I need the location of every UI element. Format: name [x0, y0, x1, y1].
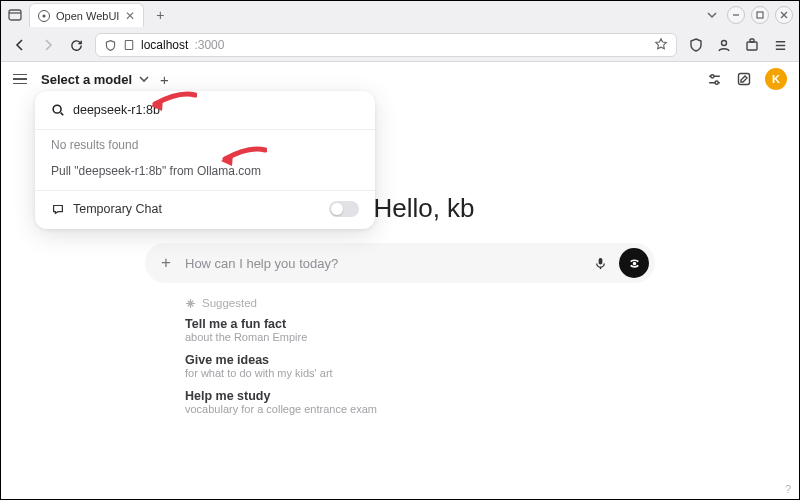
tab-strip: Open WebUI ✕ +	[1, 1, 799, 29]
extensions-icon[interactable]	[743, 36, 761, 54]
svg-point-10	[53, 105, 61, 113]
svg-point-7	[710, 74, 713, 77]
temporary-chat-toggle[interactable]	[329, 201, 359, 217]
sparkle-icon	[185, 298, 196, 309]
bookmark-star-icon[interactable]	[654, 37, 668, 54]
pocket-icon[interactable]	[687, 36, 705, 54]
divider	[35, 190, 375, 191]
suggested-item[interactable]: Tell me a fun fact about the Roman Empir…	[185, 317, 655, 343]
annotation-arrow	[219, 146, 267, 168]
edit-icon[interactable]	[735, 70, 753, 88]
suggested-item[interactable]: Help me study vocabulary for a college e…	[185, 389, 655, 415]
new-tab-button[interactable]: +	[150, 5, 170, 25]
browser-tab[interactable]: Open WebUI ✕	[29, 3, 144, 27]
user-avatar[interactable]: K	[765, 68, 787, 90]
account-icon[interactable]	[715, 36, 733, 54]
hero-greeting: Hello, kb	[373, 193, 474, 224]
browser-chrome: Open WebUI ✕ + localhost:3000	[1, 1, 799, 62]
tabs-dropdown-icon[interactable]	[703, 6, 721, 24]
suggested-item[interactable]: Give me ideas for what to do with my kid…	[185, 353, 655, 379]
sidebar-toggle-icon[interactable]	[7, 7, 23, 23]
mic-button[interactable]	[589, 252, 611, 274]
suggested-header: Suggested	[185, 297, 655, 309]
help-hint-icon[interactable]: ?	[785, 483, 791, 495]
tab-favicon	[38, 10, 50, 22]
avatar-initial: K	[772, 73, 780, 85]
url-port: :3000	[194, 38, 224, 52]
chat-input-box: +	[145, 243, 655, 283]
suggested-subtitle: for what to do with my kids' art	[185, 367, 655, 379]
svg-point-12	[633, 262, 635, 264]
reload-button[interactable]	[67, 36, 85, 54]
window-minimize-button[interactable]	[727, 6, 745, 24]
svg-rect-11	[598, 257, 602, 264]
window-close-button[interactable]	[775, 6, 793, 24]
svg-rect-2	[757, 12, 763, 18]
suggested-title: Help me study	[185, 389, 655, 403]
temporary-chat-row: Temporary Chat	[35, 193, 375, 225]
svg-rect-5	[747, 42, 757, 50]
model-dropdown: No results found Pull "deepseek-r1:8b" f…	[35, 91, 375, 229]
suggested-title: Tell me a fun fact	[185, 317, 655, 331]
url-host: localhost	[141, 38, 188, 52]
tab-close-icon[interactable]: ✕	[125, 9, 135, 23]
chat-icon	[51, 202, 65, 216]
suggested-header-label: Suggested	[202, 297, 257, 309]
suggested-section: Suggested Tell me a fun fact about the R…	[145, 283, 655, 425]
chevron-down-icon	[138, 73, 150, 85]
controls-icon[interactable]	[705, 70, 723, 88]
suggested-title: Give me ideas	[185, 353, 655, 367]
chat-input[interactable]	[185, 256, 581, 271]
model-selector[interactable]: Select a model	[41, 72, 150, 87]
model-search-row	[35, 99, 375, 127]
tab-title: Open WebUI	[56, 10, 119, 22]
svg-rect-3	[125, 41, 133, 50]
app-menu-icon[interactable]	[771, 36, 789, 54]
svg-point-8	[715, 81, 718, 84]
back-button[interactable]	[11, 36, 29, 54]
window-maximize-button[interactable]	[751, 6, 769, 24]
model-selector-label: Select a model	[41, 72, 132, 87]
annotation-arrow	[149, 91, 197, 113]
shield-icon	[104, 39, 117, 52]
suggested-subtitle: vocabulary for a college entrance exam	[185, 403, 655, 415]
voice-send-button[interactable]	[619, 248, 649, 278]
attach-button[interactable]: +	[155, 252, 177, 274]
temporary-chat-label: Temporary Chat	[73, 202, 162, 216]
url-bar[interactable]: localhost:3000	[95, 33, 677, 57]
browser-toolbar: localhost:3000	[1, 29, 799, 61]
sidebar-toggle-button[interactable]	[13, 70, 31, 88]
svg-rect-9	[739, 74, 750, 85]
svg-rect-6	[750, 39, 754, 42]
window-controls	[703, 6, 793, 24]
add-model-button[interactable]: +	[160, 71, 169, 88]
svg-point-4	[722, 41, 727, 46]
search-icon	[51, 103, 65, 117]
forward-button	[39, 36, 57, 54]
pull-model-button[interactable]: Pull "deepseek-r1:8b" from Ollama.com	[35, 158, 375, 188]
model-search-input[interactable]	[73, 103, 359, 117]
no-results-text: No results found	[35, 132, 375, 158]
divider	[35, 129, 375, 130]
svg-rect-0	[9, 10, 21, 20]
suggested-subtitle: about the Roman Empire	[185, 331, 655, 343]
page-icon	[123, 39, 135, 51]
